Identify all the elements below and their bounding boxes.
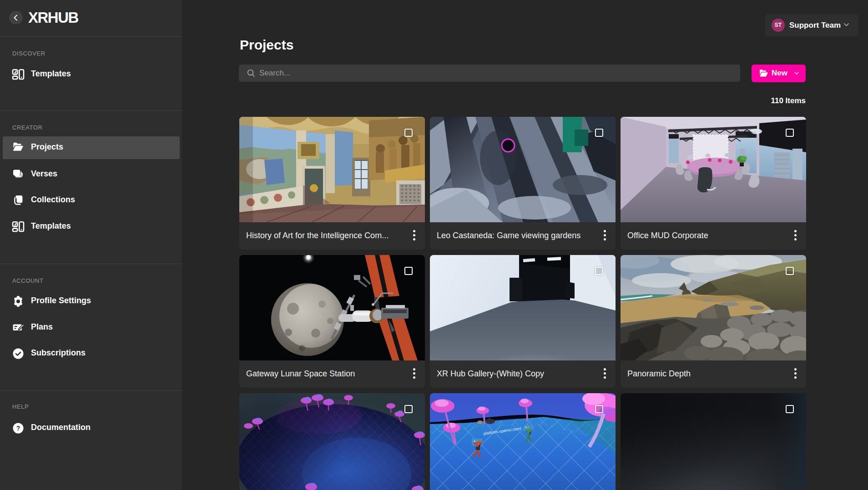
svg-text:?: ? <box>16 425 20 432</box>
